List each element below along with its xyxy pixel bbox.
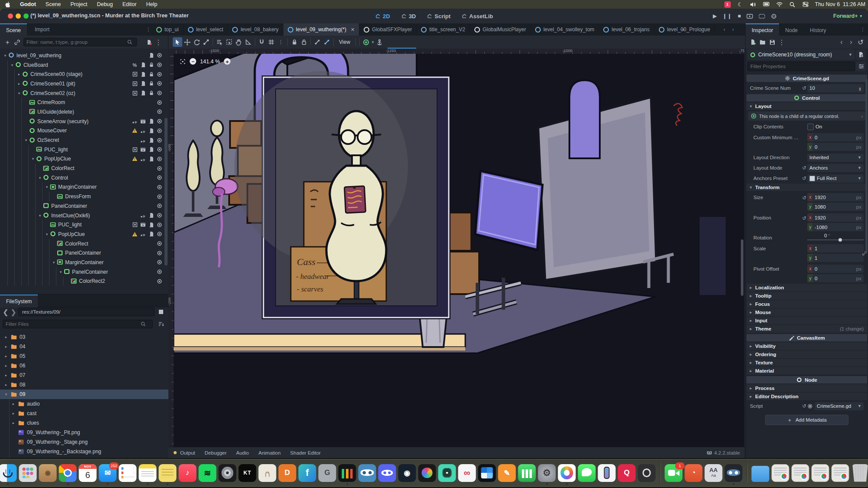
checkbox[interactable] (807, 124, 814, 130)
dock-app-draw-app[interactable]: ✎ (498, 464, 516, 482)
value-field[interactable]: 1920px (812, 213, 864, 222)
rotate-tool-icon[interactable] (192, 37, 201, 47)
file-09-wuthering-backstage-v3-png[interactable]: 09_Wuthering_-_Backstage_V3.png (0, 456, 168, 458)
eye-icon[interactable] (157, 128, 162, 134)
file-09[interactable]: ▾09 (0, 390, 168, 399)
tree-node-puc-light[interactable]: PUC_light (0, 145, 168, 154)
view-menu-button[interactable]: View (335, 39, 354, 45)
script-icon[interactable] (148, 118, 154, 124)
search-icon[interactable] (789, 1, 796, 8)
tree-expand-icon[interactable]: ▸ (16, 72, 22, 76)
script-icon[interactable] (148, 231, 154, 237)
anchor-presets-tool-icon[interactable] (375, 37, 384, 47)
add-anchor-tool-icon[interactable] (362, 37, 371, 47)
warn-icon[interactable] (132, 156, 138, 162)
revert-icon[interactable]: ↺ (801, 165, 807, 171)
dock-app-photos[interactable] (558, 464, 576, 482)
filesystem-filter-input[interactable] (3, 320, 153, 328)
tree-expand-icon[interactable]: ▾ (37, 213, 43, 218)
inspector-filter-input[interactable] (747, 62, 855, 71)
dock-app-facebook[interactable]: f (299, 464, 316, 482)
zoom-window-button[interactable] (23, 13, 29, 19)
value-field[interactable]: 1 (812, 254, 864, 262)
menu-godot[interactable]: Godot (15, 1, 41, 7)
dock-app-stats-app[interactable] (518, 464, 536, 482)
dock-app-downloads-folder[interactable] (752, 464, 769, 482)
volume-icon[interactable] (750, 1, 757, 8)
scene-tree-scrollbar[interactable] (164, 118, 168, 265)
wifi-icon[interactable] (776, 1, 783, 8)
dock-app-steam[interactable]: ◉ (398, 464, 416, 482)
dock-app-spotify[interactable]: ≋ (199, 464, 217, 482)
tree-expand-icon[interactable]: ▾ (58, 270, 63, 274)
script-icon[interactable] (148, 156, 154, 162)
minimize-window-button[interactable] (16, 13, 21, 19)
renderer-selector[interactable]: Forward+▾ (833, 9, 862, 23)
dock-app-iphone-mirroring[interactable] (598, 464, 616, 482)
value-field[interactable]: 0px (812, 143, 864, 151)
tab-scene[interactable]: Scene (0, 23, 27, 36)
eye-icon[interactable] (157, 109, 162, 115)
eye-icon[interactable] (157, 52, 162, 58)
tree-node-scenearrow-security-[interactable]: SceneArrow (security) (0, 117, 168, 126)
value-field[interactable]: 0px (812, 133, 864, 141)
fs-expand-icon[interactable]: ▸ (3, 383, 9, 387)
file-07[interactable]: ▸07 (0, 370, 168, 380)
value-field[interactable]: 1080px (812, 203, 864, 211)
group-material[interactable]: ▸Material (746, 367, 867, 375)
script-icon[interactable] (140, 81, 146, 86)
lock-tool-icon[interactable] (289, 37, 299, 47)
dock-app-godot[interactable] (358, 464, 376, 482)
signal-icon[interactable] (140, 138, 146, 143)
ruler-tool-icon[interactable] (243, 37, 253, 47)
tree-node-panelcontainer[interactable]: PanelContainer (0, 201, 168, 211)
scene-tab-title-screen-v2[interactable]: title_screen_V2 (417, 23, 470, 36)
tree-expand-icon[interactable]: ▾ (10, 63, 15, 67)
group-mouse[interactable]: ▸Mouse (746, 308, 867, 317)
spin-field[interactable]: 10▲▼ (807, 84, 864, 92)
workspace-tab-assetlib[interactable]: AssetLib (462, 13, 493, 20)
tree-expand-icon[interactable]: ▾ (44, 185, 49, 189)
tree-node-mousecover[interactable]: MouseCover (0, 126, 168, 136)
tree-node-popupclue[interactable]: ▾PopUpClue (0, 229, 168, 239)
dock-app-chrome-window-4[interactable] (832, 464, 849, 482)
group-input[interactable]: ▸Input (746, 317, 867, 325)
fs-expand-icon[interactable]: ▾ (3, 392, 9, 396)
menu-scene[interactable]: Scene (41, 1, 66, 7)
tree-expand-icon[interactable]: ▾ (16, 91, 22, 95)
group-localization[interactable]: ▸Localization (746, 284, 867, 292)
bottom-tab-debugger[interactable]: Debugger (205, 450, 227, 455)
dropdown-field[interactable]: Anchors▼ (807, 164, 864, 172)
fs-expand-icon[interactable]: ▸ (11, 402, 16, 406)
dock-app-music[interactable]: ♪ (179, 464, 197, 482)
list-select-tool-icon[interactable] (215, 37, 224, 47)
menu-help[interactable]: Help (141, 1, 162, 7)
file-08[interactable]: ▸08 (0, 380, 168, 390)
fs-display-mode-icon[interactable] (156, 307, 166, 317)
revert-icon[interactable]: ↺ (801, 215, 807, 221)
tab-inspector[interactable]: Inspector (746, 23, 779, 36)
file-03[interactable]: ▸03 (0, 332, 168, 342)
inspector-options-icon[interactable]: ⋮ (858, 23, 868, 36)
resource-options-icon[interactable]: ⋮ (777, 37, 786, 47)
script-icon[interactable] (148, 138, 154, 143)
collapse-notice-icon[interactable]: ‹ (861, 114, 863, 119)
tree-node-crimeroom[interactable]: CrimeRoom (0, 98, 168, 107)
fs-expand-icon[interactable]: ▸ (3, 373, 9, 377)
dock-app-final-cut-pro[interactable] (418, 464, 436, 482)
2d-viewport[interactable]: -1500-1250-1000-750 -500-250 − 141.4 % ＋ (168, 49, 744, 458)
eye-icon[interactable] (157, 278, 162, 284)
warn-icon[interactable] (132, 128, 138, 134)
eye-icon[interactable] (157, 72, 162, 77)
group-visibility[interactable]: ▸Visibility (746, 342, 867, 350)
bottom-tab-animation[interactable]: Animation (258, 450, 280, 455)
eye-icon[interactable] (157, 269, 162, 275)
group-focus[interactable]: ▸Focus (746, 300, 867, 308)
warn-icon[interactable] (132, 231, 138, 237)
fs-sort-icon[interactable] (156, 319, 166, 329)
file-09-wuthering-backstage-png[interactable]: 09_Wuthering_-_Backstage.png (0, 447, 168, 456)
dock-app-calendar[interactable]: NOV6 (79, 464, 97, 482)
fs-expand-icon[interactable]: ▸ (3, 344, 9, 349)
stop-button[interactable]: ■ (738, 13, 741, 19)
eye-icon[interactable] (157, 213, 162, 218)
